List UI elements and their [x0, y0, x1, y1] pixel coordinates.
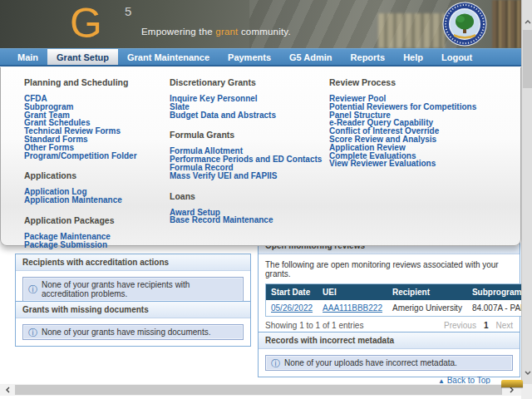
horizontal-scrollbar-thumb[interactable] [15, 385, 502, 395]
nav-item-help[interactable]: Help [394, 49, 432, 65]
horizontal-scrollbar[interactable] [0, 384, 521, 396]
panel-title: Records with incorrect metadata [259, 332, 520, 349]
panel-open-monitoring-reviews: Open monitoring reviews The following ar… [258, 237, 520, 337]
alert-message: None of your grants have missing documen… [42, 328, 210, 337]
pagination-previous[interactable]: Previous [444, 321, 476, 330]
menu-link-inquire-key-personnel[interactable]: Inquire Key Personnel [170, 95, 326, 103]
column-header-recipient[interactable]: Recipient [387, 284, 467, 301]
menu-section-header: Discretionary Grants [170, 77, 326, 87]
info-icon: ⓘ [28, 285, 37, 293]
column-header-uei[interactable]: UEI [318, 284, 387, 301]
menu-section-application-packages: Application Packages Package Maintenance… [24, 215, 164, 249]
table-row: 05/26/2022 AAA111BBB222 Amerigo Universi… [266, 300, 532, 317]
tagline-grant-highlight: grant [215, 27, 238, 37]
grant-setup-mega-menu: Planning and Scheduling CFDA Subprogram … [0, 67, 521, 246]
nav-item-g5-admin[interactable]: G5 Admin [280, 49, 342, 65]
menu-link-base-record-maintenance[interactable]: Base Record Maintenance [170, 216, 326, 224]
banner-bookshelf-left [378, 13, 445, 48]
menu-link-budget-data-and-abstracts[interactable]: Budget Data and Abstracts [170, 111, 326, 120]
floating-widget-partial[interactable] [501, 380, 523, 387]
menu-section-header: Formula Grants [170, 130, 326, 140]
g5-logo-superscript: 5 [125, 4, 131, 18]
start-date-link[interactable]: 05/26/2022 [271, 303, 313, 313]
uei-link[interactable]: AAA111BBB222 [323, 303, 382, 313]
menu-section-review-process: Review Process Reviewer Pool Potential R… [329, 77, 517, 168]
menu-column-planning: Planning and Scheduling CFDA Subprogram … [24, 77, 164, 260]
nav-item-grant-setup[interactable]: Grant Setup [47, 49, 118, 65]
menu-link-mass-verify-uei-fapiis[interactable]: Mass Verify UEI and FAPIIS [170, 172, 326, 180]
department-of-education-seal-icon [442, 2, 487, 47]
menu-link-package-submission[interactable]: Package Submission [24, 241, 164, 249]
g5-logo: G [70, 0, 101, 47]
menu-section-planning-and-scheduling: Planning and Scheduling CFDA Subprogram … [24, 77, 164, 160]
menu-section-header: Application Packages [24, 215, 164, 225]
pagination-current-page[interactable]: 1 [484, 321, 489, 330]
monitoring-intro-text: The following are open monitoring review… [265, 260, 513, 278]
menu-column-review: Review Process Reviewer Pool Potential R… [329, 77, 517, 179]
panel-grants-missing-documents: Grants with missing documents ⓘ None of … [15, 301, 251, 347]
menu-section-discretionary-grants: Discretionary Grants Inquire Key Personn… [170, 77, 326, 119]
monitoring-reviews-table: Start Date UEI Recipient Subprogram 05/2… [265, 283, 532, 317]
menu-section-header: Review Process [329, 77, 517, 87]
menu-section-formula-grants: Formula Grants Formula Allotment Perform… [170, 130, 326, 180]
menu-link-application-maintenance[interactable]: Application Maintenance [24, 196, 164, 204]
main-navigation-bar: Main Grant Setup Grant Maintenance Payme… [0, 48, 521, 66]
menu-section-header: Applications [24, 170, 164, 180]
showing-entries-text: Showing 1 to 1 of 1 entries [265, 321, 363, 330]
scroll-up-icon[interactable] [523, 17, 532, 27]
panel-records-incorrect-metadata: Records with incorrect metadata ⓘ None o… [258, 332, 520, 377]
menu-link-view-reviewer-evaluations[interactable]: View Reviewer Evaluations [329, 160, 517, 168]
info-icon: ⓘ [271, 359, 280, 367]
column-header-start-date[interactable]: Start Date [266, 284, 318, 301]
banner-tagline: Empowering the grant community. [141, 27, 291, 37]
nav-item-main[interactable]: Main [8, 49, 47, 65]
menu-link-program-competition-folder[interactable]: Program/Competition Folder [24, 152, 164, 160]
info-alert: ⓘ None of your uploads have incorrect me… [265, 355, 513, 371]
menu-section-applications: Applications Application Log Application… [24, 170, 164, 204]
g5-application-window: G 5 Empowering the grant community. Main… [0, 0, 532, 399]
banner-bookshelf-right [492, 0, 522, 48]
vertical-scrollbar[interactable] [521, 0, 532, 384]
info-alert: ⓘ None of your grants have recipients wi… [22, 277, 244, 302]
menu-column-grants: Discretionary Grants Inquire Key Personn… [170, 77, 326, 235]
nav-item-logout[interactable]: Logout [432, 49, 481, 65]
scroll-left-icon[interactable] [2, 384, 13, 396]
tagline-suffix: community. [239, 27, 291, 37]
recipient-cell: Amerigo University [387, 300, 467, 317]
alert-message: None of your grants have recipients with… [42, 280, 238, 298]
info-icon: ⓘ [28, 328, 37, 337]
scroll-down-icon[interactable] [523, 367, 532, 377]
nav-item-reports[interactable]: Reports [342, 49, 395, 65]
menu-section-header: Loans [170, 191, 326, 201]
alert-message: None of your uploads have incorrect meta… [284, 358, 457, 367]
pagination-next[interactable]: Next [495, 321, 513, 330]
tagline-prefix: Empowering the [141, 27, 215, 37]
nav-item-payments[interactable]: Payments [219, 49, 280, 65]
pagination: Previous1Next [444, 321, 513, 330]
header-banner: G 5 Empowering the grant community. [0, 0, 532, 48]
panel-title: Grants with missing documents [16, 302, 250, 318]
menu-section-loans: Loans Award Setup Base Record Maintenanc… [170, 191, 326, 225]
info-alert: ⓘ None of your grants have missing docum… [22, 324, 244, 340]
menu-section-header: Planning and Scheduling [24, 77, 164, 87]
vertical-scrollbar-thumb[interactable] [523, 30, 532, 88]
nav-item-grant-maintenance[interactable]: Grant Maintenance [118, 49, 219, 65]
